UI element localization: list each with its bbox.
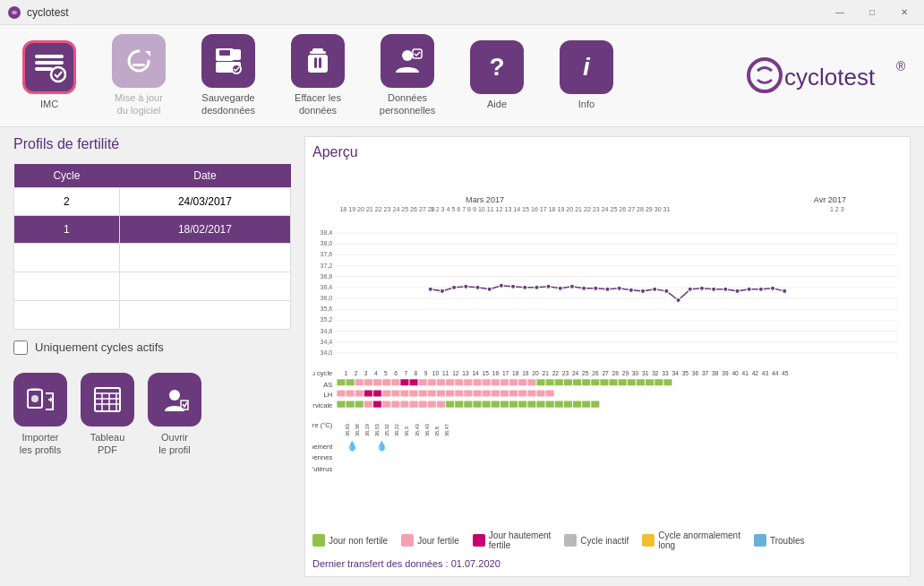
svg-rect-159 (473, 379, 481, 385)
svg-text:Glaire cervicale: Glaire cervicale (312, 401, 332, 409)
svg-text:Jour du cycle: Jour du cycle (312, 369, 332, 377)
help-icon: ? (470, 40, 524, 94)
svg-rect-25 (30, 388, 39, 391)
svg-rect-170 (573, 379, 581, 385)
svg-rect-196 (473, 390, 481, 396)
apercu-title: Aperçu (312, 144, 903, 160)
checkbox-row: Uniquement cycles actifs (13, 340, 291, 355)
date-cell[interactable]: 24/03/2017 (119, 187, 290, 215)
svg-rect-15 (314, 57, 317, 68)
ouvrir-button[interactable]: Ouvrirle profil (148, 373, 201, 457)
svg-rect-6 (133, 64, 145, 66)
svg-text:5: 5 (384, 370, 388, 376)
cycle-cell[interactable] (14, 300, 120, 329)
svg-point-66 (452, 285, 457, 289)
svg-text:34,4: 34,4 (321, 338, 333, 345)
toolbar-imc[interactable]: IMC (18, 40, 81, 110)
svg-rect-184 (364, 390, 372, 396)
date-cell[interactable] (119, 243, 290, 271)
toolbar-delete[interactable]: Effacer lesdonnées (287, 34, 349, 117)
svg-text:?: ? (489, 53, 504, 81)
cycle-cell[interactable]: 2 (14, 187, 120, 215)
cycle-cell[interactable] (14, 243, 120, 271)
svg-text:45: 45 (782, 370, 789, 376)
svg-text:35: 35 (682, 370, 689, 376)
fertility-profiles-title: Profils de fertilité (13, 136, 291, 152)
svg-rect-166 (536, 379, 544, 385)
svg-text:21: 21 (543, 370, 550, 376)
legend-troubles: Troubles (754, 534, 805, 547)
svg-rect-220 (473, 401, 481, 407)
svg-text:37,2: 37,2 (321, 262, 333, 269)
svg-text:6: 6 (394, 370, 398, 376)
date-cell[interactable] (119, 271, 290, 300)
svg-text:23: 23 (562, 370, 569, 376)
svg-text:1: 1 (344, 370, 347, 376)
svg-rect-226 (527, 401, 535, 407)
import-button[interactable]: Importerles profils (13, 373, 67, 457)
svg-rect-192 (437, 390, 445, 396)
svg-point-34 (169, 390, 180, 401)
legend-non-fertile: Jour non fertile (312, 534, 388, 547)
svg-point-83 (653, 287, 657, 291)
tableau-button[interactable]: TableauPDF (81, 373, 134, 457)
svg-rect-144 (337, 379, 345, 385)
svg-rect-229 (555, 401, 563, 407)
date-cell[interactable] (119, 300, 290, 329)
bottom-buttons: Importerles profils (13, 373, 291, 457)
delete-label: Effacer lesdonnées (295, 91, 341, 117)
svg-text:27: 27 (602, 370, 609, 376)
svg-text:30: 30 (632, 370, 639, 376)
cycle-cell[interactable]: 1 (14, 215, 120, 243)
svg-rect-164 (518, 379, 526, 385)
update-label: Mise à jourdu logiciel (115, 91, 163, 117)
svg-point-17 (402, 50, 413, 61)
tableau-icon (81, 373, 134, 427)
svg-rect-157 (455, 379, 463, 385)
toolbar-save[interactable]: Sauvegardedesdonnées (197, 34, 260, 117)
non-fertile-color (312, 534, 325, 547)
svg-rect-185 (373, 390, 381, 396)
help-label: Aide (487, 98, 507, 110)
svg-marker-5 (145, 51, 150, 56)
svg-text:19: 19 (522, 370, 529, 376)
toolbar-info[interactable]: i Info (555, 40, 618, 110)
svg-text:35,2: 35,2 (321, 316, 333, 323)
svg-rect-13 (312, 48, 323, 53)
svg-text:Mars 2017: Mars 2017 (466, 194, 504, 203)
import-icon (13, 373, 67, 427)
svg-text:36,22: 36,22 (394, 424, 399, 436)
imc-icon (22, 40, 76, 94)
svg-point-92 (758, 287, 763, 291)
svg-rect-209 (373, 401, 381, 407)
svg-rect-145 (346, 379, 355, 385)
svg-text:1  2  3  4  5  6  7  8  9 10 1: 1 2 3 4 5 6 7 8 9 10 11 12 13 14 15 16 1… (431, 205, 671, 212)
chart-svg: Mars 2017 Avr 2017 18 19 20 21 22 23 24 … (312, 165, 903, 526)
svg-text:36,4: 36,4 (321, 283, 333, 290)
svg-text:38,0: 38,0 (321, 240, 333, 247)
toolbar-update[interactable]: Mise à jourdu logiciel (107, 34, 170, 117)
svg-text:17: 17 (502, 370, 509, 376)
date-cell[interactable]: 18/02/2017 (119, 215, 290, 243)
svg-point-78 (594, 286, 598, 290)
active-cycles-checkbox[interactable] (13, 340, 28, 355)
svg-rect-176 (628, 379, 636, 385)
svg-point-67 (464, 284, 468, 289)
cycle-cell[interactable] (14, 271, 120, 300)
close-button[interactable]: ✕ (892, 4, 917, 22)
svg-text:36,53: 36,53 (374, 424, 380, 436)
legend-abnormal: Cycle anormalementlong (642, 530, 740, 550)
svg-text:37,6: 37,6 (321, 251, 333, 258)
maximize-button[interactable]: □ (860, 4, 885, 22)
toolbar-person[interactable]: Donnéespersonnelles (376, 34, 439, 117)
toolbar-help[interactable]: ? Aide (466, 40, 528, 110)
svg-rect-222 (492, 401, 500, 407)
svg-text:AS: AS (323, 381, 332, 389)
minimize-button[interactable]: — (827, 4, 852, 22)
svg-point-81 (629, 288, 633, 292)
svg-rect-149 (382, 379, 390, 385)
svg-rect-165 (527, 379, 535, 385)
svg-rect-233 (591, 401, 599, 407)
svg-rect-173 (600, 379, 608, 385)
svg-rect-153 (419, 379, 427, 385)
